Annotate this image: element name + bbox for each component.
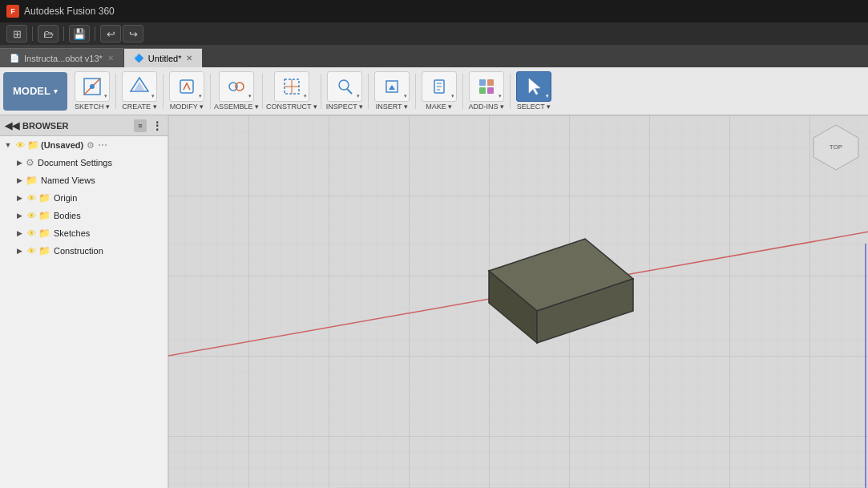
select-label: SELECT ▾ (517, 103, 551, 111)
construction-label: Construction (54, 246, 103, 256)
insert-arrow: ▾ (404, 93, 407, 99)
menu-bar: ⊞ 🗁 💾 ↩ ↪ (0, 22, 868, 45)
tree-item-named-views[interactable]: ▶ 📁 Named Views (0, 171, 168, 189)
browser-collapse-icon[interactable]: ◀◀ (5, 120, 19, 131)
apps-button[interactable]: ⊞ (6, 25, 27, 42)
folder-icon-construction: 📁 (38, 245, 50, 256)
sketch-button[interactable]: ▾ (75, 71, 110, 102)
tab-instructabot-close[interactable]: ✕ (107, 54, 114, 63)
model-dropdown-arrow: ▾ (54, 87, 58, 95)
svg-rect-20 (487, 79, 494, 86)
make-button[interactable]: ▾ (422, 71, 457, 102)
file-menu-button[interactable]: 🗁 (38, 25, 59, 42)
tree-item-origin[interactable]: ▶ 👁 📁 Origin (0, 189, 168, 207)
tab-instructabot-icon: 📄 (10, 54, 19, 63)
app-title: Autodesk Fusion 360 (24, 6, 115, 17)
modify-button[interactable]: ▾ (169, 71, 204, 102)
tab-untitled-label: Untitled* (148, 54, 182, 63)
tree-item-construction[interactable]: ▶ 👁 📁 Construction (0, 242, 168, 260)
model-dropdown-button[interactable]: MODEL ▾ (3, 72, 67, 111)
construct-label: CONSTRUCT ▾ (266, 103, 317, 111)
eye-icon-construction[interactable]: 👁 (26, 246, 37, 256)
make-arrow: ▾ (451, 93, 454, 99)
svg-rect-21 (479, 87, 486, 94)
folder-icon-bodies: 📁 (38, 210, 50, 221)
viewport[interactable]: TOP (168, 115, 868, 488)
addins-icon (475, 75, 498, 98)
sketch-group: ▾ SKETCH ▾ (72, 71, 112, 111)
svg-point-2 (90, 84, 95, 89)
tab-untitled-close[interactable]: ✕ (186, 54, 192, 63)
view-cube[interactable]: TOP (812, 123, 860, 171)
insert-button[interactable]: ▾ (374, 71, 410, 102)
construct-group: ▾ CONSTRUCT ▾ (266, 71, 317, 111)
eye-icon-origin[interactable]: 👁 (26, 193, 37, 203)
select-arrow: ▾ (546, 93, 549, 99)
addins-button[interactable]: ▾ (469, 71, 504, 102)
inspect-label: INSPECT ▾ (326, 103, 363, 111)
eye-icon-sketches[interactable]: 👁 (26, 228, 37, 238)
create-button[interactable]: ▾ (122, 71, 157, 102)
eye-icon-unsaved[interactable]: 👁 (14, 140, 26, 150)
addins-arrow: ▾ (499, 93, 502, 99)
undo-button[interactable]: ↩ (100, 25, 121, 42)
assemble-icon (225, 75, 248, 98)
addins-group: ▾ ADD-INS ▾ (466, 71, 507, 111)
select-button[interactable]: ▾ (516, 71, 551, 102)
tab-instructabot-label: Instructa...obot v13* (24, 54, 103, 63)
tab-instructabot[interactable]: 📄 Instructa...obot v13* ✕ (0, 48, 124, 67)
svg-marker-23 (529, 79, 540, 95)
inspect-button[interactable]: ▾ (327, 71, 362, 102)
browser-header: ◀◀ BROWSER ≡ ⋮ (0, 115, 168, 136)
make-icon (428, 75, 450, 98)
tree-item-unsaved[interactable]: ▼ 👁 📁 (Unsaved) ⚙ ⋯ (0, 136, 168, 154)
tab-untitled-icon: 🔷 (134, 54, 143, 63)
sketch-icon (81, 75, 103, 98)
insert-icon (381, 75, 403, 98)
sketch-arrow: ▾ (104, 93, 107, 99)
make-label: MAKE ▾ (426, 103, 452, 111)
expand-icon-construction: ▶ (14, 247, 24, 255)
modify-group: ▾ MODIFY ▾ (167, 71, 207, 111)
svg-rect-19 (479, 79, 486, 86)
3d-box (457, 223, 649, 367)
folder-icon-unsaved: 📁 (27, 139, 39, 151)
toolbar: MODEL ▾ ▾ SKETCH ▾ ▾ CREATE ▾ (0, 67, 868, 115)
doc-settings-label: Document Settings (38, 158, 112, 167)
browser-filter-button[interactable]: ≡ (134, 119, 147, 132)
create-arrow: ▾ (151, 93, 155, 99)
menu-icon-group: ⊞ (6, 25, 27, 42)
redo-button[interactable]: ↪ (123, 25, 143, 42)
folder-icon-named-views: 📁 (26, 175, 38, 186)
gear-icon-doc-settings: ⚙ (26, 157, 34, 168)
browser-options-icon[interactable]: ⋮ (151, 119, 163, 132)
eye-icon-bodies[interactable]: 👁 (26, 211, 37, 220)
tree-item-document-settings[interactable]: ▶ ⚙ Document Settings (0, 154, 168, 171)
construct-arrow: ▾ (304, 93, 307, 99)
sketches-label: Sketches (54, 228, 90, 238)
svg-rect-22 (487, 87, 494, 94)
sketch-label: SKETCH ▾ (75, 103, 110, 111)
expand-icon-bodies: ▶ (14, 212, 24, 220)
unsaved-label: (Unsaved) (41, 140, 83, 150)
save-button[interactable]: 💾 (69, 25, 90, 42)
view-cube-svg: TOP (812, 123, 860, 171)
assemble-group: ▾ ASSEMBLE ▾ (214, 71, 259, 111)
model-label: MODEL (13, 85, 50, 97)
main-area: ◀◀ BROWSER ≡ ⋮ ▼ 👁 📁 (Unsaved) ⚙ ⋯ ▶ ⚙ D… (0, 115, 868, 488)
assemble-arrow: ▾ (248, 93, 252, 99)
tab-untitled[interactable]: 🔷 Untitled* ✕ (124, 48, 204, 67)
tab-bar: 📄 Instructa...obot v13* ✕ 🔷 Untitled* ✕ (0, 45, 868, 67)
assemble-button[interactable]: ▾ (219, 71, 254, 102)
gear-icon-unsaved[interactable]: ⚙ (87, 140, 95, 151)
origin-label: Origin (54, 193, 77, 203)
construct-button[interactable]: ▾ (274, 71, 309, 102)
svg-marker-14 (389, 85, 395, 90)
inspect-arrow: ▾ (357, 93, 360, 99)
svg-text:TOP: TOP (830, 143, 842, 151)
browser-title: BROWSER (22, 121, 68, 131)
options-icon-unsaved[interactable]: ⋯ (98, 139, 107, 151)
tree-item-bodies[interactable]: ▶ 👁 📁 Bodies (0, 207, 168, 224)
tree-item-sketches[interactable]: ▶ 👁 📁 Sketches (0, 224, 168, 242)
folder-icon-origin: 📁 (38, 192, 50, 204)
